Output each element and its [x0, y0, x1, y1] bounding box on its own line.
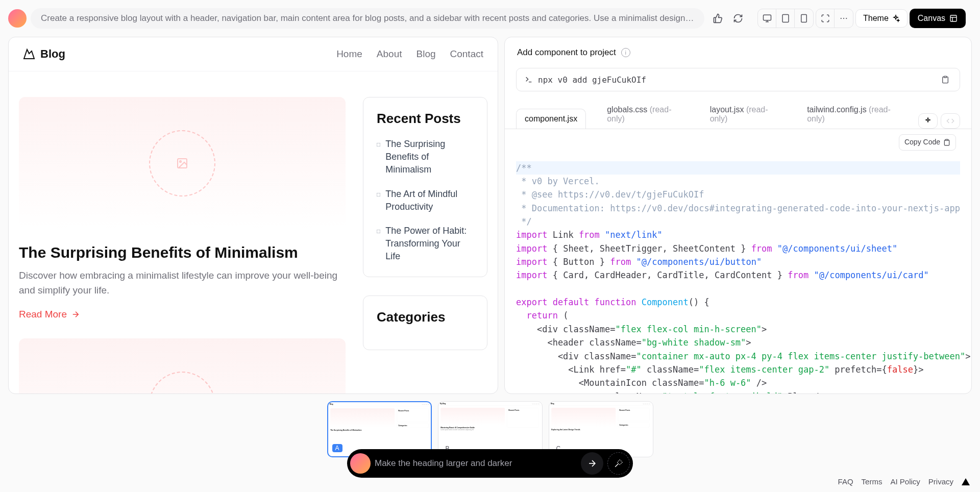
placeholder-circle [149, 130, 215, 196]
svg-rect-20 [946, 139, 948, 140]
recent-post-item[interactable]: The Art of Mindful Productivity [377, 188, 474, 213]
viewport-group [757, 9, 814, 28]
code-pane-header: Add component to project i [505, 37, 971, 63]
tabs-actions [918, 113, 960, 129]
code-editor[interactable]: Copy Code /** * v0 by Vercel. * @see htt… [505, 129, 971, 393]
install-command: npx v0 add gjeFuCukOIf [516, 68, 960, 91]
blog-logo[interactable]: Blog [23, 47, 65, 61]
sparkles-icon [924, 117, 932, 125]
image-icon [176, 157, 188, 169]
maximize-icon [821, 14, 830, 23]
thumbs-down-icon [713, 13, 723, 23]
blog-nav: Home About Blog Contact [336, 48, 483, 60]
ai-toggle-button[interactable] [918, 113, 938, 129]
read-more-link[interactable]: Read More [19, 309, 346, 320]
tab-component[interactable]: component.jsx [516, 109, 586, 129]
clipboard-icon [943, 139, 950, 146]
footer-faq[interactable]: FAQ [838, 477, 853, 486]
nav-contact[interactable]: Contact [450, 48, 483, 60]
submit-button[interactable] [581, 452, 603, 475]
refresh-icon [733, 13, 743, 23]
main-split: Blog Home About Blog Contact The Surp [0, 37, 980, 394]
thumbs-down-button[interactable] [708, 9, 727, 28]
user-avatar[interactable] [8, 9, 27, 28]
followup-prompt [347, 449, 633, 478]
svg-point-7 [841, 18, 842, 19]
tablet-icon [781, 14, 790, 23]
blog-body: The Surprising Benefits of Minimalism Di… [9, 71, 498, 393]
recent-post-item[interactable]: The Power of Habit: Transforming Your Li… [377, 225, 474, 263]
followup-input[interactable] [375, 458, 577, 469]
read-more-label: Read More [19, 309, 67, 320]
blog-header: Blog Home About Blog Contact [9, 37, 498, 71]
post-title: The Surprising Benefits of Minimalism [19, 244, 346, 261]
theme-label: Theme [863, 14, 889, 23]
copy-code-button[interactable]: Copy Code [899, 134, 956, 151]
code-tabs: component.jsx globals.css (read-only) la… [505, 91, 971, 129]
categories-card: Categories [363, 296, 487, 350]
blog-sidebar: Recent Posts The Surprising Benefits of … [363, 97, 487, 393]
topbar-actions: Theme Canvas [708, 9, 966, 28]
tablet-view-button[interactable] [776, 9, 795, 28]
canvas-button[interactable]: Canvas [910, 9, 966, 28]
footer-privacy[interactable]: Privacy [928, 477, 953, 486]
layout-icon [949, 14, 958, 22]
categories-title: Categories [377, 309, 474, 325]
install-command-text: npx v0 add gjeFuCukOIf [538, 75, 646, 85]
recent-posts-title: Recent Posts [377, 111, 474, 127]
post-image-placeholder-2 [19, 338, 346, 393]
prompt-display: Create a responsive blog layout with a h… [31, 8, 704, 29]
placeholder-circle-2 [149, 372, 215, 393]
tab-tailwind[interactable]: tailwind.config.js (read-only) [798, 100, 906, 129]
window-group [816, 9, 853, 28]
topbar: Create a responsive blog layout with a h… [0, 0, 980, 37]
sparkle-icon [892, 14, 900, 22]
svg-rect-19 [944, 76, 946, 78]
code-icon [946, 117, 954, 125]
tab-layout[interactable]: layout.jsx (read-only) [701, 100, 786, 129]
preview-scroll[interactable]: Blog Home About Blog Contact The Surp [9, 37, 498, 393]
blog-logo-text: Blog [40, 47, 65, 61]
footer-ai-policy[interactable]: AI Policy [890, 477, 920, 486]
code-pane: Add component to project i npx v0 add gj… [504, 37, 972, 394]
recent-posts-card: Recent Posts The Surprising Benefits of … [363, 97, 487, 277]
footer-terms[interactable]: Terms [862, 477, 883, 486]
preview-pane: Blog Home About Blog Contact The Surp [8, 37, 498, 394]
code-view-button[interactable] [941, 113, 960, 129]
monitor-icon [763, 14, 772, 23]
copy-command-button[interactable] [939, 73, 951, 86]
desktop-view-button[interactable] [758, 9, 776, 28]
post-desc: Discover how embracing a minimalist life… [19, 268, 346, 298]
smartphone-icon [799, 14, 808, 23]
variant-letter: A [332, 444, 342, 452]
blog-main-col: The Surprising Benefits of Minimalism Di… [19, 97, 346, 393]
arrow-right-icon [587, 458, 597, 469]
more-horizontal-icon [839, 14, 848, 23]
canvas-label: Canvas [918, 14, 945, 23]
footer-links: FAQ Terms AI Policy Privacy [838, 477, 970, 486]
fullscreen-button[interactable] [816, 9, 835, 28]
vercel-logo-icon[interactable] [962, 478, 970, 485]
more-button[interactable] [835, 9, 853, 28]
tab-globals[interactable]: globals.css (read-only) [598, 100, 689, 129]
nav-home[interactable]: Home [336, 48, 362, 60]
add-component-label: Add component to project [517, 47, 616, 58]
refresh-button[interactable] [729, 9, 747, 28]
prompt-avatar [350, 453, 371, 474]
theme-button[interactable]: Theme [855, 9, 908, 28]
terminal-icon [525, 76, 533, 84]
arrow-right-icon [71, 310, 80, 319]
mountain-icon [23, 48, 35, 60]
clipboard-icon [941, 76, 949, 84]
recent-posts-list: The Surprising Benefits of Minimalism Th… [377, 138, 474, 263]
enhance-button[interactable] [607, 452, 630, 475]
mobile-view-button[interactable] [795, 9, 813, 28]
nav-about[interactable]: About [377, 48, 402, 60]
svg-point-14 [180, 161, 181, 162]
svg-point-9 [846, 18, 847, 19]
recent-post-item[interactable]: The Surprising Benefits of Minimalism [377, 138, 474, 177]
wand-icon [614, 459, 623, 468]
info-icon[interactable]: i [621, 48, 630, 57]
svg-point-8 [843, 18, 844, 19]
nav-blog[interactable]: Blog [416, 48, 435, 60]
